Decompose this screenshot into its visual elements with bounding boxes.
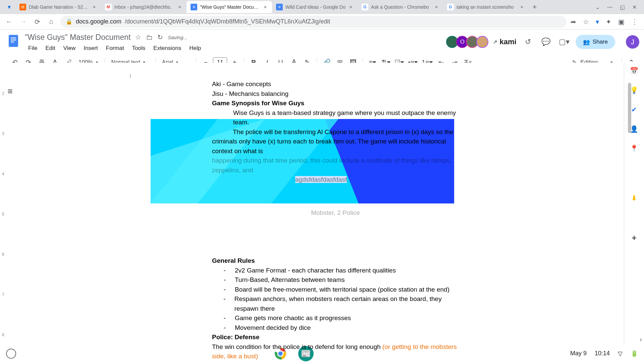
- menu-insert[interactable]: Insert: [80, 44, 101, 53]
- kami-extension-button[interactable]: ↗ kami: [493, 38, 516, 46]
- list-item: -Respawn anchors, when mobsters reach ce…: [191, 294, 459, 313]
- new-tab-button[interactable]: +: [529, 1, 541, 13]
- close-window-icon[interactable]: ✕: [632, 4, 637, 10]
- favicon-icon: dt: [19, 4, 26, 10]
- document-title[interactable]: "Wise Guys" Master Document: [25, 33, 130, 42]
- move-icon[interactable]: 🗀: [146, 34, 153, 41]
- reload-button[interactable]: ⟳: [32, 17, 42, 27]
- text-line: Jisu - Mechanics balancing: [191, 89, 459, 99]
- battery-icon[interactable]: 🔋: [631, 350, 638, 357]
- collaborator-avatars[interactable]: O: [448, 36, 488, 48]
- list-item: -2v2 Game Format - each character has di…: [191, 266, 459, 276]
- download-icon[interactable]: ⬇: [630, 193, 639, 203]
- share-button[interactable]: 👥 Share: [576, 35, 615, 49]
- contacts-icon[interactable]: 👤: [630, 124, 639, 134]
- comments-icon[interactable]: 💬: [539, 35, 553, 49]
- tab-3-active[interactable]: ≡ "Wise Guys" Master Docume ×: [186, 1, 272, 13]
- wifi-icon[interactable]: ▽: [618, 350, 623, 357]
- list-item: -Game gets more chaotic as it progresses: [191, 313, 459, 323]
- launcher-button[interactable]: [6, 349, 16, 359]
- back-button[interactable]: ←: [4, 17, 14, 27]
- tab-title: Inbox - jchang24@dtechhs.: [114, 4, 174, 10]
- share-icon: 👥: [583, 39, 590, 46]
- shelf-date[interactable]: May 9: [570, 350, 587, 357]
- page-content[interactable]: Aki - Game concepts Jisu - Mechanics bal…: [151, 63, 499, 349]
- bookmark-icon[interactable]: ☆: [583, 18, 589, 26]
- tab-title: taking an instant screensho: [457, 4, 517, 10]
- close-icon[interactable]: ×: [177, 4, 182, 10]
- menu-file[interactable]: File: [25, 44, 41, 53]
- close-icon[interactable]: ×: [263, 4, 268, 10]
- menu-view[interactable]: View: [60, 44, 79, 53]
- tasks-icon[interactable]: ✔: [630, 105, 639, 114]
- hide-sidepanel-icon[interactable]: ›: [640, 336, 642, 343]
- svg-rect-1: [11, 38, 16, 39]
- favicon-icon: G: [447, 4, 454, 10]
- menu-help[interactable]: Help: [186, 44, 204, 53]
- url-input[interactable]: 🔒 docs.google.com/document/d/1QQbWFq4dIq…: [60, 16, 567, 28]
- external-link-icon: ↗: [493, 39, 497, 45]
- menu-format[interactable]: Format: [103, 44, 127, 53]
- tab-title: "Wise Guys" Master Docume: [200, 4, 260, 10]
- calendar-icon[interactable]: 📅: [630, 66, 639, 75]
- tab-4[interactable]: ≡ Wild Card Ideas - Google Do ×: [272, 1, 358, 13]
- tab-strip: ▾ dt Dlab Game Narration - S2 - F × M In…: [0, 0, 644, 14]
- favicon-icon: ≡: [191, 4, 197, 10]
- close-icon[interactable]: ×: [519, 4, 525, 10]
- side-panel: 📅 💡 ✔ 👤 📍 ⬇ +: [624, 63, 644, 349]
- tab-1[interactable]: dt Dlab Game Narration - S2 - F ×: [15, 1, 101, 13]
- tab-title: Dlab Game Narration - S2 - F: [29, 4, 89, 10]
- menu-tools[interactable]: Tools: [129, 44, 149, 53]
- history-icon[interactable]: ↺: [521, 35, 535, 49]
- overflow-icon[interactable]: ⋮: [631, 18, 638, 26]
- cloud-status-icon[interactable]: ↻: [157, 33, 163, 41]
- tab-title: Wild Card Ideas - Google Do: [285, 4, 345, 10]
- tab-title: Ask a Question - Chromebo: [371, 4, 431, 10]
- save-status: Saving...: [168, 35, 187, 40]
- svg-rect-2: [11, 40, 16, 41]
- extensions-icon[interactable]: ✦: [606, 18, 611, 26]
- avatar[interactable]: [476, 36, 488, 48]
- docs-logo-icon[interactable]: [5, 32, 22, 50]
- panel-icon[interactable]: ▣: [618, 18, 625, 26]
- vertical-ruler: 2345678: [2, 81, 9, 349]
- paragraph: The police will be transferring Al Capon…: [191, 127, 459, 156]
- paragraph: The win condition for the police is to d…: [191, 342, 459, 361]
- meet-icon[interactable]: ▢▾: [557, 35, 571, 49]
- forward-button[interactable]: →: [18, 17, 28, 27]
- heading: Game Synopsis for Wise Guys: [191, 99, 459, 108]
- text-line: Mobster, 2 Police: [191, 208, 459, 218]
- shelf-time[interactable]: 10:14: [595, 350, 610, 357]
- minimize-icon[interactable]: —: [607, 4, 612, 10]
- favicon-icon: M: [105, 4, 112, 10]
- menu-extensions[interactable]: Extensions: [150, 44, 184, 53]
- close-icon[interactable]: ×: [348, 4, 354, 10]
- url-path: /document/d/1QQbWFq4dIqVJqWDmb8fMtn5_VSE…: [125, 18, 330, 25]
- chevron-down-icon[interactable]: ⌄: [595, 4, 600, 10]
- list-item: -Movement decided by dice: [191, 323, 459, 333]
- list-item: -Board will be free-movement, with terri…: [191, 285, 459, 295]
- menu-bar: File Edit View Insert Format Tools Exten…: [25, 43, 448, 53]
- maps-icon[interactable]: 📍: [630, 144, 639, 153]
- close-icon[interactable]: ×: [92, 4, 97, 10]
- heading: General Rules: [191, 256, 459, 266]
- list-item: -Turn-Based, Alternates between teams: [191, 275, 459, 285]
- home-button[interactable]: ⌂: [46, 17, 56, 27]
- share-page-icon[interactable]: ➦: [571, 18, 576, 26]
- close-icon[interactable]: ×: [434, 4, 439, 10]
- maximize-icon[interactable]: ◱: [620, 4, 625, 10]
- add-addon-icon[interactable]: +: [630, 233, 639, 242]
- keep-icon[interactable]: 💡: [630, 85, 639, 95]
- sys-tab-icon[interactable]: ▾: [3, 3, 15, 11]
- tab-2[interactable]: M Inbox - jchang24@dtechhs. ×: [101, 1, 186, 13]
- svg-rect-0: [9, 35, 18, 47]
- svg-rect-3: [11, 42, 14, 43]
- favicon-icon: G: [362, 4, 368, 10]
- tab-5[interactable]: G Ask a Question - Chromebo ×: [358, 1, 443, 13]
- menu-edit[interactable]: Edit: [42, 44, 58, 53]
- lock-icon: 🔒: [66, 18, 72, 25]
- star-icon[interactable]: ☆: [135, 33, 141, 41]
- tab-6[interactable]: G taking an instant screensho ×: [443, 1, 529, 13]
- ext1-icon[interactable]: ▾: [596, 18, 599, 26]
- profile-avatar[interactable]: J: [626, 35, 639, 49]
